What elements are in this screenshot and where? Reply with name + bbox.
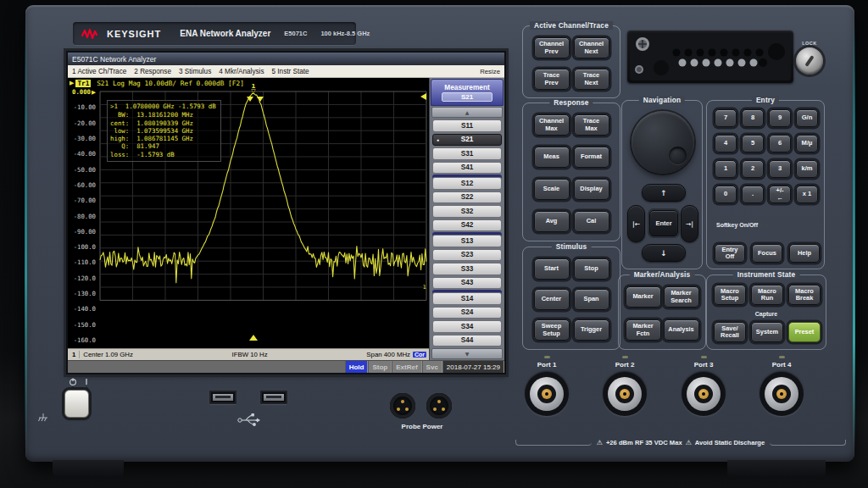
start-key[interactable]: Start (534, 258, 570, 280)
y-axis-label: -150.0 (74, 320, 96, 328)
trace-format-text: S21 Log Mag 10.00dB/ Ref 0.000dB [F2] (92, 80, 243, 87)
keylock: LOCK (793, 41, 826, 81)
trigger-key[interactable]: Trigger (574, 319, 609, 341)
menu-item-2-response[interactable]: 2 Response (134, 68, 171, 75)
key-6[interactable]: 6 (769, 135, 791, 152)
keysight-logo-icon (81, 28, 100, 40)
arrow-right-button[interactable]: →| (681, 205, 698, 242)
softkey-s13[interactable]: S13 (432, 235, 502, 247)
softkey-label: S43 (461, 279, 474, 286)
softkey-s42[interactable]: S42 (432, 219, 502, 232)
softkey-s44[interactable]: S44 (432, 335, 502, 347)
navigation-dpad: ↑ |← Enter →| ↓ (627, 184, 698, 262)
menu-item-5-instr-state[interactable]: 5 Instr State (271, 68, 309, 75)
softkey-s23[interactable]: S23 (432, 249, 502, 262)
softkey-s34[interactable]: S34 (432, 320, 502, 333)
bandwidth-readout-row: high: 1.086781145 GHz (110, 135, 216, 142)
trace-next-key[interactable]: Trace Next (574, 69, 609, 90)
help-key[interactable]: Help (789, 244, 820, 263)
power-button[interactable] (64, 390, 89, 418)
key-g-n[interactable]: G/n (796, 109, 818, 127)
warning-bracket-left (515, 440, 592, 446)
bandwidth-readout-row: low: 1.073599534 GHz (110, 127, 216, 135)
channel-max-key[interactable]: Channel Max (534, 114, 570, 136)
cal-key[interactable]: Cal (574, 211, 609, 232)
channel-prev-key[interactable]: Channel Prev (534, 37, 570, 58)
meas-key[interactable]: Meas (534, 147, 570, 168)
macro-break-key[interactable]: Macro Break (788, 285, 821, 305)
resize-button[interactable]: Resize (480, 68, 500, 75)
center-key[interactable]: Center (534, 289, 570, 310)
marker-key[interactable]: Marker (626, 286, 661, 308)
softkey-s41[interactable]: S41 (432, 162, 502, 175)
key-2[interactable]: 2 (742, 160, 764, 178)
macro-setup-key[interactable]: Macro Setup (714, 285, 746, 305)
softkey-s32[interactable]: S32 (432, 205, 502, 218)
y-axis-label: -160.0 (74, 336, 96, 344)
marker-fctn-key[interactable]: Marker Fctn (626, 319, 661, 341)
marker-search-key[interactable]: Marker Search (664, 286, 699, 308)
key-9[interactable]: 9 (769, 109, 791, 127)
key-3[interactable]: 3 (769, 160, 791, 178)
menu-item-3-stimulus[interactable]: 3 Stimulus (179, 68, 211, 75)
key-7[interactable]: 7 (715, 109, 737, 127)
arrow-down-button[interactable]: ↓ (642, 244, 686, 262)
section-label: Marker/Analysis (630, 270, 695, 279)
trace-max-key[interactable]: Trace Max (574, 114, 609, 136)
key-0[interactable]: 0 (715, 186, 737, 203)
connector-pinhole (545, 392, 548, 396)
key-4[interactable]: 4 (715, 135, 737, 152)
menu-item-4-mkr-analysis[interactable]: 4 Mkr/Analysis (219, 68, 264, 75)
preset-key[interactable]: Preset (788, 322, 821, 342)
arrow-left-button[interactable]: |← (627, 205, 645, 242)
softkey-s14[interactable]: S14 (432, 292, 502, 305)
plot-column: ▶ Tr1 S21 Log Mag 10.00dB/ Ref 0.000dB [… (68, 78, 429, 360)
key-x-1[interactable]: x 1 (796, 186, 818, 203)
format-key[interactable]: Format (574, 147, 609, 168)
stop-key[interactable]: Stop (574, 258, 609, 280)
entry-off-key[interactable]: Entry Off (715, 244, 745, 263)
channel-next-key[interactable]: Channel Next (574, 37, 609, 58)
softkey-s33[interactable]: S33 (432, 263, 502, 275)
softkey-s24[interactable]: S24 (432, 307, 502, 319)
softkey-scroll-up[interactable]: ▲ (431, 107, 503, 118)
port-led (622, 356, 628, 358)
sweep-setup-key[interactable]: Sweep Setup (534, 319, 570, 341)
analysis-key[interactable]: Analysis (664, 319, 699, 341)
focus-key[interactable]: Focus (752, 244, 782, 263)
span-value: Span 400 MHz (366, 351, 410, 358)
macro-run-key[interactable]: Macro Run (751, 285, 783, 305)
y-axis-label: -140.0 (74, 305, 96, 313)
softkey-s43[interactable]: S43 (432, 277, 502, 290)
softkey-s12[interactable]: S12 (432, 177, 502, 190)
key-k-m[interactable]: k/m (796, 160, 818, 178)
section-response: Response Channel MaxTrace MaxMeasFormatS… (522, 103, 620, 241)
save-recall-key[interactable]: Save/ Recall (714, 322, 746, 342)
enter-button[interactable]: Enter (649, 210, 678, 236)
display-key[interactable]: Display (574, 179, 609, 200)
rotary-knob[interactable] (632, 111, 694, 174)
arrow-up-button[interactable]: ↑ (642, 184, 686, 202)
y-axis-label: -50.00 (74, 165, 96, 173)
warning-triangle-icon: ⚠ (597, 439, 603, 446)
softkey-s31[interactable]: S31 (432, 147, 502, 160)
menu-item-1-active-ch-trace[interactable]: 1 Active Ch/Trace (72, 68, 126, 75)
key-1[interactable]: 1 (715, 160, 737, 178)
key-8[interactable]: 8 (742, 109, 764, 127)
key-[interactable]: . (742, 186, 764, 203)
key-[interactable]: +/- ← (769, 186, 791, 203)
left-foot (53, 460, 124, 479)
softkey-scroll-down[interactable]: ▼ (431, 348, 503, 359)
port-label: Port 1 (520, 361, 574, 369)
avg-key[interactable]: Avg (534, 211, 570, 232)
softkey-label: S14 (461, 295, 474, 302)
scale-key[interactable]: Scale (534, 179, 570, 200)
softkey-s21[interactable]: ●S21 (432, 134, 502, 147)
key-m[interactable]: M/µ (796, 135, 818, 152)
softkey-s11[interactable]: S11 (432, 119, 502, 132)
system-key[interactable]: System (751, 322, 783, 342)
trace-prev-key[interactable]: Trace Prev (534, 69, 570, 90)
softkey-s22[interactable]: S22 (432, 191, 502, 204)
key-5[interactable]: 5 (742, 135, 764, 152)
span-key[interactable]: Span (574, 289, 609, 310)
